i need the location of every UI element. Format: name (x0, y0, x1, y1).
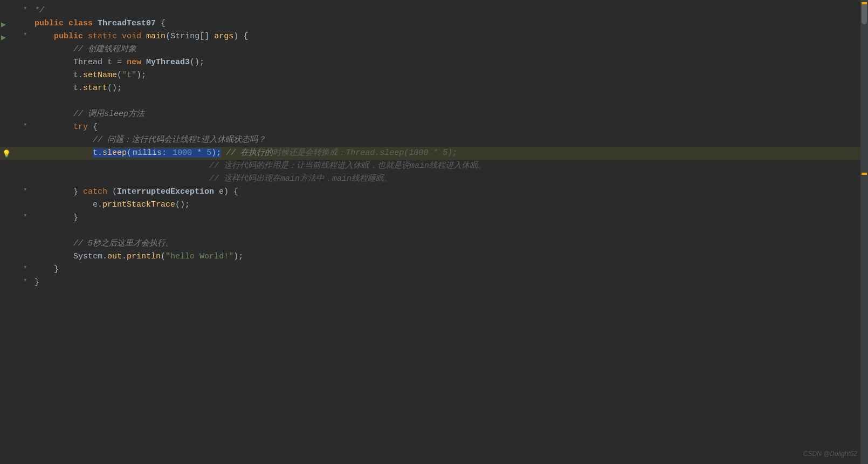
scrollbar-marker (862, 173, 867, 175)
line-content: } (32, 211, 868, 224)
code-area: ▾ */ ▶ public class ThreadTest07 { ▶ ▾ p… (0, 0, 868, 464)
code-line: ▾ */ (0, 4, 868, 17)
line-gutter: ▾ (0, 211, 32, 219)
line-content: // 问题：这行代码会让线程t进入休眠状态吗？ (32, 134, 868, 147)
run-icon[interactable]: ▶ (1, 19, 6, 30)
run-icon[interactable]: ▶ (1, 32, 6, 43)
line-content: Thread t = new MyThread3(); (32, 56, 868, 69)
line-content: // 这行代码的作用是：让当前线程进入休眠，也就是说main线程进入休眠。 (32, 160, 868, 173)
code-line (0, 224, 868, 237)
scrollbar-thumb[interactable] (862, 3, 867, 24)
code-line: ▶ ▾ public static void main(String[] arg… (0, 30, 868, 43)
line-content (32, 95, 868, 108)
fold-icon[interactable]: ▾ (23, 30, 27, 37)
code-line: System.out.println("hello World!"); (0, 250, 868, 263)
code-line: // 调用sleep方法 (0, 108, 868, 121)
fold-icon[interactable]: ▾ (23, 263, 27, 270)
fold-icon[interactable]: ▾ (23, 186, 27, 193)
fold-icon[interactable]: ▾ (23, 211, 27, 219)
line-content: t.setName("t"); (32, 69, 868, 82)
line-gutter: ▾ (0, 263, 32, 270)
code-line: // 创建线程对象 (0, 43, 868, 56)
line-content: // 这样代码出现在main方法中，main线程睡眠。 (32, 173, 868, 186)
code-line: e.printStackTrace(); (0, 199, 868, 211)
top-bar (0, 0, 868, 4)
line-gutter: ▾ (0, 186, 32, 193)
code-line: ▾ } (0, 276, 868, 289)
code-line: ▶ public class ThreadTest07 { (0, 17, 868, 30)
code-line: // 这行代码的作用是：让当前线程进入休眠，也就是说main线程进入休眠。 (0, 160, 868, 173)
line-content: try { (32, 121, 868, 134)
code-line: ▾ try { (0, 121, 868, 134)
line-content: e.printStackTrace(); (32, 199, 868, 211)
line-content: } (32, 276, 868, 289)
line-gutter: ▾ (0, 276, 32, 283)
code-line (0, 95, 868, 108)
code-line: // 这样代码出现在main方法中，main线程睡眠。 (0, 173, 868, 186)
code-line: t.setName("t"); (0, 69, 868, 82)
line-content: // 调用sleep方法 (32, 108, 868, 121)
watermark: CSDN @Delight52 (803, 450, 857, 458)
lightbulb-icon[interactable]: 💡 (2, 149, 11, 158)
line-gutter: ▶ ▾ (0, 30, 32, 37)
code-line: t.start(); (0, 82, 868, 95)
line-content: } (32, 263, 868, 276)
code-line: Thread t = new MyThread3(); (0, 56, 868, 69)
line-gutter: ▾ (0, 4, 32, 11)
line-content: } catch (InterruptedException e) { (32, 186, 868, 199)
line-content: public class ThreadTest07 { (32, 17, 868, 30)
code-line: ▾ } (0, 263, 868, 276)
line-content (32, 224, 868, 237)
code-line: ▾ } (0, 211, 868, 224)
scrollbar-right[interactable] (860, 0, 868, 464)
code-line: ▾ } catch (InterruptedException e) { (0, 186, 868, 199)
line-content: */ (32, 4, 868, 17)
line-content: // 创建线程对象 (32, 43, 868, 56)
fold-icon[interactable]: ▾ (23, 121, 27, 128)
code-line: // 5秒之后这里才会执行。 (0, 237, 868, 250)
editor-container: ▾ */ ▶ public class ThreadTest07 { ▶ ▾ p… (0, 0, 868, 464)
line-content: // 5秒之后这里才会执行。 (32, 237, 868, 250)
scroll-marker-top (862, 2, 867, 4)
fold-icon[interactable]: ▾ (23, 276, 27, 283)
line-content: t.sleep(millis: 1000 * 5); // 在执行的时候还是会转… (32, 147, 868, 160)
line-content: public static void main(String[] args) { (32, 30, 868, 43)
line-content: t.start(); (32, 82, 868, 95)
line-gutter: ▾ (0, 121, 32, 128)
fold-icon[interactable]: ▾ (23, 4, 27, 11)
code-line-highlighted: 💡 t.sleep(millis: 1000 * 5); // 在执行的时候还是… (0, 147, 868, 160)
line-content: System.out.println("hello World!"); (32, 250, 868, 263)
code-line: // 问题：这行代码会让线程t进入休眠状态吗？ (0, 134, 868, 147)
